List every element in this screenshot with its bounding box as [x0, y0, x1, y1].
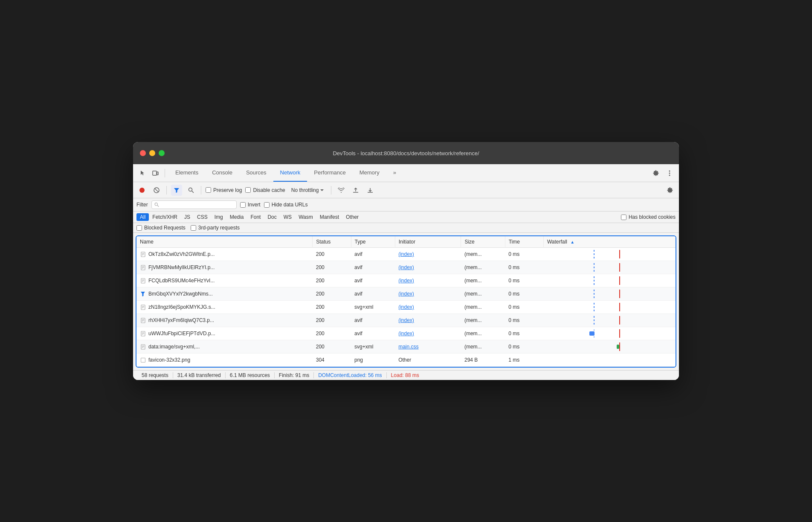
hide-data-urls-label[interactable]: Hide data URLs — [264, 202, 308, 208]
filter-media[interactable]: Media — [226, 213, 247, 221]
record-button[interactable] — [136, 185, 148, 196]
col-initiator[interactable]: Initiator — [395, 236, 461, 248]
invert-checkbox[interactable] — [240, 202, 246, 208]
download-icon[interactable] — [365, 185, 376, 196]
sort-arrow-icon: ▲ — [570, 240, 574, 244]
network-settings-icon[interactable] — [664, 185, 676, 196]
wifi-icon[interactable] — [336, 185, 347, 196]
filter-label: Filter — [136, 202, 148, 208]
device-icon[interactable] — [149, 167, 161, 179]
disable-cache-label[interactable]: Disable cache — [245, 187, 285, 193]
file-page-icon — [140, 264, 146, 270]
filter-img[interactable]: Img — [211, 213, 226, 221]
td-waterfall — [543, 248, 676, 261]
table-row[interactable]: OkTz8xZwi0zVh2GWltnE.p... 200 avif (inde… — [136, 248, 676, 261]
td-initiator[interactable]: (index) — [395, 301, 461, 314]
td-initiator: Other — [395, 354, 461, 367]
td-name[interactable]: rhXHHi7yxFm6IqiwQ7C3.p... — [136, 314, 313, 327]
td-name[interactable]: BmGbqXVYxlY2kwgbNms... — [136, 287, 313, 301]
td-initiator[interactable]: (index) — [395, 287, 461, 301]
invert-label[interactable]: Invert — [240, 202, 261, 208]
td-initiator[interactable]: (index) — [395, 274, 461, 287]
disable-cache-checkbox[interactable] — [245, 187, 251, 193]
filter-manifest[interactable]: Manifest — [316, 213, 342, 221]
clear-button[interactable] — [151, 185, 162, 196]
filter-fetch-xhr[interactable]: Fetch/XHR — [149, 213, 181, 221]
td-initiator[interactable]: (index) — [395, 261, 461, 274]
preserve-log-checkbox[interactable] — [206, 187, 211, 193]
preserve-log-label[interactable]: Preserve log — [206, 187, 242, 193]
tab-performance[interactable]: Performance — [307, 164, 352, 182]
td-time: 0 ms — [505, 287, 543, 301]
filter-font[interactable]: Font — [247, 213, 264, 221]
network-toolbar: Preserve log Disable cache No throttling — [133, 182, 679, 198]
has-blocked-cookies-label[interactable]: Has blocked cookies — [621, 214, 676, 220]
td-time: 0 ms — [505, 248, 543, 261]
td-name[interactable]: FjVMRBNwMylIkUElRzYI.p... — [136, 261, 313, 274]
search-icon[interactable] — [186, 185, 197, 196]
blocked-requests-label[interactable]: Blocked Requests — [136, 225, 186, 231]
td-name[interactable]: data:image/svg+xml,... — [136, 340, 313, 354]
table-row[interactable]: FCQLdbRS9UMc4eFHzYvI... 200 avif (index)… — [136, 274, 676, 287]
td-name[interactable]: uWWJfuFbpiClEFjPTdVD.p... — [136, 327, 313, 340]
td-time: 0 ms — [505, 327, 543, 340]
filter-doc[interactable]: Doc — [264, 213, 280, 221]
filter-ws[interactable]: WS — [280, 213, 295, 221]
table-row[interactable]: uWWJfuFbpiClEFjPTdVD.p... 200 avif (inde… — [136, 327, 676, 340]
table-row[interactable]: zN18ngzI6ejSpoKMYKJG.s... 200 svg+xml (i… — [136, 301, 676, 314]
filter-js[interactable]: JS — [181, 213, 194, 221]
table-row[interactable]: BmGbqXVYxlY2kwgbNms... 200 avif (index) … — [136, 287, 676, 301]
td-time: 1 ms — [505, 354, 543, 367]
tab-console[interactable]: Console — [205, 164, 239, 182]
table-row[interactable]: data:image/svg+xml,... 200 svg+xml main.… — [136, 340, 676, 354]
filter-all[interactable]: All — [136, 213, 149, 221]
col-name[interactable]: Name — [136, 236, 313, 248]
td-size: (mem... — [461, 261, 505, 274]
file-page-icon — [140, 304, 146, 310]
filter-css[interactable]: CSS — [194, 213, 211, 221]
more-options-icon[interactable] — [664, 167, 676, 179]
td-name[interactable]: OkTz8xZwi0zVh2GWltnE.p... — [136, 248, 313, 261]
td-name[interactable]: zN18ngzI6ejSpoKMYKJG.s... — [136, 301, 313, 314]
filter-wasm[interactable]: Wasm — [295, 213, 316, 221]
cursor-icon[interactable] — [136, 167, 148, 179]
throttle-select[interactable]: No throttling — [289, 186, 327, 194]
close-button[interactable] — [140, 150, 146, 156]
table-row[interactable]: rhXHHi7yxFm6IqiwQ7C3.p... 200 avif (inde… — [136, 314, 676, 327]
td-initiator[interactable]: (index) — [395, 327, 461, 340]
filter-input[interactable] — [161, 202, 234, 208]
col-time[interactable]: Time — [505, 236, 543, 248]
has-blocked-cookies-text: Has blocked cookies — [629, 214, 676, 220]
filter-other[interactable]: Other — [342, 213, 362, 221]
td-initiator[interactable]: (index) — [395, 314, 461, 327]
td-name[interactable]: favicon-32x32.png — [136, 354, 313, 367]
tab-network[interactable]: Network — [273, 164, 307, 182]
td-name[interactable]: FCQLdbRS9UMc4eFHzYvI... — [136, 274, 313, 287]
blocked-requests-row: Blocked Requests 3rd-party requests — [133, 223, 679, 233]
td-initiator[interactable]: (index) — [395, 248, 461, 261]
table-row[interactable]: favicon-32x32.png 304 png Other 294 B 1 … — [136, 354, 676, 367]
td-initiator[interactable]: main.css — [395, 340, 461, 354]
table-row[interactable]: FjVMRBNwMylIkUElRzYI.p... 200 avif (inde… — [136, 261, 676, 274]
blocked-requests-checkbox[interactable] — [136, 225, 142, 231]
col-size[interactable]: Size — [461, 236, 505, 248]
settings-icon[interactable] — [650, 167, 662, 179]
tab-memory[interactable]: Memory — [353, 164, 386, 182]
tab-elements[interactable]: Elements — [168, 164, 205, 182]
hide-data-urls-checkbox[interactable] — [264, 202, 270, 208]
td-size: (mem... — [461, 314, 505, 327]
col-waterfall[interactable]: Waterfall ▲ — [543, 236, 676, 248]
maximize-button[interactable] — [159, 150, 165, 156]
tabs-bar: Elements Console Sources Network Perform… — [133, 164, 679, 182]
td-status: 200 — [313, 287, 351, 301]
tab-more[interactable]: » — [386, 164, 403, 182]
upload-icon[interactable] — [350, 185, 361, 196]
third-party-requests-checkbox[interactable] — [191, 225, 196, 231]
col-type[interactable]: Type — [351, 236, 395, 248]
filter-icon[interactable] — [171, 185, 182, 196]
has-blocked-cookies-checkbox[interactable] — [621, 215, 626, 220]
tab-sources[interactable]: Sources — [239, 164, 273, 182]
third-party-requests-label[interactable]: 3rd-party requests — [191, 225, 240, 231]
col-status[interactable]: Status — [313, 236, 351, 248]
minimize-button[interactable] — [149, 150, 155, 156]
